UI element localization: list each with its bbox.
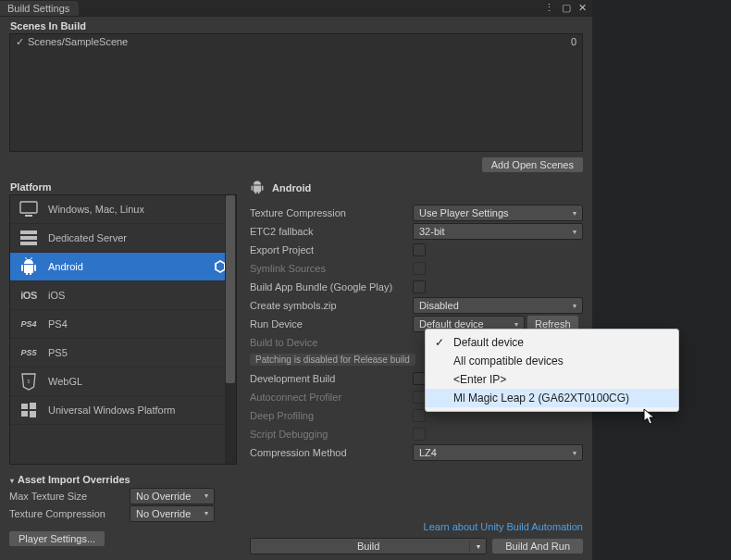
- tab-build-settings[interactable]: Build Settings: [0, 1, 79, 16]
- scrollbar-thumb[interactable]: [226, 195, 235, 383]
- build-dropdown-button[interactable]: Build▾: [250, 538, 487, 554]
- svg-rect-8: [21, 411, 28, 417]
- device-menu-item-magic-leap[interactable]: Ml Magic Leap 2 (GA62XT0100CG): [426, 389, 678, 407]
- script-debugging-checkbox: [413, 428, 426, 441]
- android-icon: [19, 256, 39, 277]
- patching-disabled-info: Patching is disabled for Release build: [250, 354, 415, 366]
- platform-scrollbar[interactable]: [225, 195, 236, 464]
- max-texture-size-label: Max Texture Size: [9, 491, 130, 502]
- development-build-checkbox[interactable]: [413, 372, 426, 385]
- tab-menu-icon[interactable]: ⋮: [544, 2, 554, 14]
- server-icon: [19, 228, 39, 248]
- symlink-sources-label: Symlink Sources: [250, 263, 413, 274]
- svg-text:5: 5: [28, 379, 31, 384]
- create-symbols-label: Create symbols.zip: [250, 300, 413, 311]
- autoconnect-profiler-label: Autoconnect Profiler: [250, 392, 413, 403]
- svg-rect-7: [30, 403, 36, 409]
- device-menu-item-enter-ip[interactable]: <Enter IP>: [426, 370, 678, 389]
- build-and-run-button[interactable]: Build And Run: [492, 539, 583, 554]
- platform-item-android[interactable]: Android: [10, 253, 236, 281]
- etc2-fallback-dropdown[interactable]: 32-bit▾: [413, 223, 583, 240]
- compression-method-dropdown[interactable]: LZ4▾: [413, 444, 583, 461]
- platform-item-desktop[interactable]: Windows, Mac, Linux: [10, 195, 236, 224]
- build-app-bundle-checkbox[interactable]: [413, 280, 426, 293]
- export-project-label: Export Project: [250, 244, 413, 255]
- scenes-in-build-title: Scenes In Build: [10, 20, 583, 31]
- texture-compression-label: Texture Compression: [250, 207, 413, 218]
- build-to-device-label: Build to Device: [250, 337, 413, 348]
- export-project-checkbox[interactable]: [413, 243, 426, 256]
- ios-icon: iOS: [19, 285, 39, 305]
- platform-item-ios[interactable]: iOS iOS: [10, 281, 236, 310]
- max-texture-size-dropdown[interactable]: No Override▾: [130, 488, 215, 504]
- svg-rect-3: [20, 236, 37, 240]
- learn-automation-link[interactable]: Learn about Unity Build Automation: [424, 521, 583, 532]
- maximize-icon[interactable]: ▢: [562, 2, 571, 14]
- platform-label: Universal Windows Platform: [48, 404, 228, 416]
- add-open-scenes-button[interactable]: Add Open Scenes: [482, 157, 583, 172]
- override-tex-comp-dropdown[interactable]: No Override▾: [130, 505, 215, 522]
- check-icon: ✓: [435, 336, 444, 349]
- svg-rect-0: [20, 202, 37, 213]
- script-debugging-label: Script Debugging: [250, 429, 413, 440]
- overrides-title[interactable]: Asset Import Overrides: [10, 474, 237, 485]
- run-device-menu: ✓ Default device All compatible devices …: [425, 329, 679, 412]
- platform-item-webgl[interactable]: 5 WebGL: [10, 367, 236, 396]
- android-icon: [250, 180, 265, 196]
- platform-label: Android: [48, 261, 204, 272]
- override-tex-comp-label: Texture Compression: [9, 508, 130, 519]
- platform-label: iOS: [48, 290, 228, 301]
- platform-label: PS4: [48, 318, 228, 330]
- run-device-label: Run Device: [250, 318, 413, 330]
- platform-item-server[interactable]: Dedicated Server: [10, 224, 236, 253]
- compression-method-label: Compression Method: [250, 447, 413, 458]
- scene-row[interactable]: ✓ Scenes/SampleScene 0: [16, 36, 576, 48]
- platform-item-uwp[interactable]: Universal Windows Platform: [10, 396, 236, 425]
- scenes-list[interactable]: ✓ Scenes/SampleScene 0: [9, 33, 583, 152]
- symlink-sources-checkbox: [413, 262, 426, 275]
- close-icon[interactable]: ✕: [578, 2, 587, 14]
- svg-rect-6: [21, 404, 28, 409]
- selected-platform-header: Android: [250, 180, 583, 196]
- build-app-bundle-label: Build App Bundle (Google Play): [250, 281, 413, 292]
- svg-rect-2: [20, 230, 37, 234]
- deep-profiling-checkbox: [413, 409, 426, 422]
- platform-item-ps4[interactable]: PS4 PS4: [10, 310, 236, 339]
- etc2-fallback-label: ETC2 fallback: [250, 226, 413, 237]
- create-symbols-dropdown[interactable]: Disabled▾: [413, 297, 583, 314]
- platform-label: PS5: [48, 347, 228, 358]
- platform-title: Platform: [10, 181, 237, 193]
- deep-profiling-label: Deep Profiling: [250, 410, 413, 421]
- svg-rect-4: [20, 242, 37, 245]
- svg-rect-1: [25, 215, 32, 217]
- desktop-icon: [19, 199, 39, 219]
- autoconnect-profiler-checkbox: [413, 391, 426, 404]
- device-menu-item-all[interactable]: All compatible devices: [426, 352, 678, 370]
- device-menu-item-default[interactable]: ✓ Default device: [426, 333, 678, 352]
- platform-label: WebGL: [48, 376, 228, 387]
- tab-bar: Build Settings ⋮ ▢ ✕: [0, 0, 592, 17]
- platform-item-ps5[interactable]: PS5 PS5: [10, 339, 236, 367]
- texture-compression-dropdown[interactable]: Use Player Settings▾: [413, 205, 583, 221]
- asset-import-overrides: Asset Import Overrides Max Texture Size …: [9, 472, 237, 522]
- webgl-icon: 5: [19, 371, 39, 392]
- platform-list: Windows, Mac, Linux Dedicated Server And…: [9, 194, 237, 465]
- windows-icon: [19, 400, 39, 420]
- scene-checkbox[interactable]: ✓: [16, 36, 24, 48]
- platform-label: Dedicated Server: [48, 232, 228, 243]
- svg-rect-9: [30, 411, 36, 417]
- scene-path: Scenes/SampleScene: [28, 36, 128, 48]
- ps5-icon: PS5: [19, 342, 39, 363]
- platform-label: Windows, Mac, Linux: [48, 204, 228, 215]
- player-settings-button[interactable]: Player Settings...: [9, 531, 105, 546]
- development-build-label: Development Build: [250, 373, 413, 384]
- ps4-icon: PS4: [19, 314, 39, 334]
- scene-index: 0: [571, 36, 576, 48]
- build-settings-window: Build Settings ⋮ ▢ ✕ Scenes In Build ✓ S…: [0, 0, 592, 560]
